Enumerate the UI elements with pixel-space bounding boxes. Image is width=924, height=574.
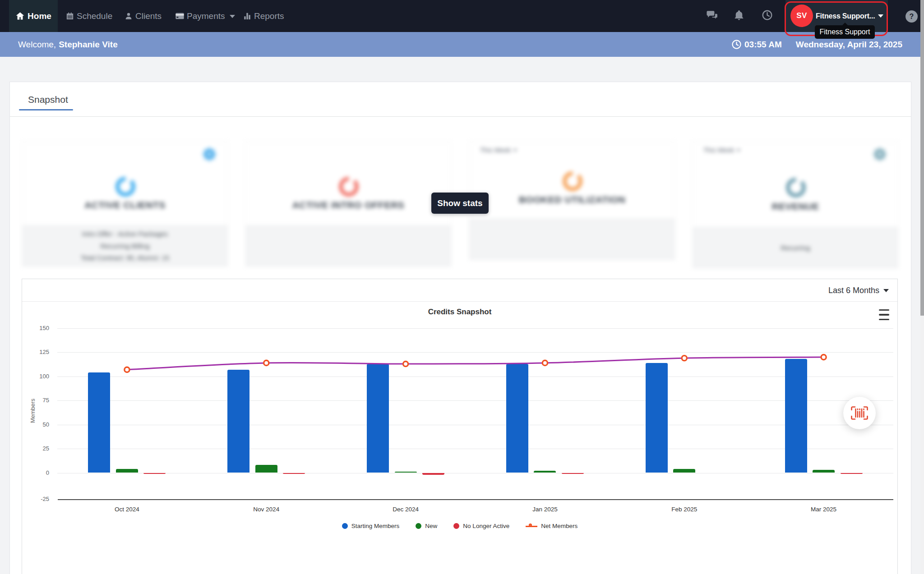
chevron-down-icon [737, 149, 740, 152]
credit-card-icon [176, 13, 184, 19]
tab-bar: Snapshot [10, 82, 911, 117]
legend-label: Starting Members [351, 523, 400, 529]
period-selector[interactable]: This Week [480, 147, 517, 154]
welcome-user-name: Stephanie Vite [59, 40, 118, 50]
loading-spinner [786, 178, 806, 197]
nav-item-label: Home [28, 11, 51, 21]
clock-icon [762, 10, 772, 22]
nav-item-label: Clients [135, 11, 162, 21]
legend-item-new[interactable]: New [416, 523, 437, 529]
period-selector[interactable]: This Week [703, 147, 740, 154]
stat-card-title: ACTIVE CLIENTS [22, 200, 228, 211]
legend-marker [453, 523, 459, 529]
legend-marker [416, 523, 421, 529]
tab-snapshot[interactable]: Snapshot [19, 82, 77, 117]
chart-panel: Last 6 Months Credits Snapshot 150125100… [22, 279, 898, 574]
scan-barcode-fab[interactable] [843, 397, 876, 429]
bell-icon [735, 10, 744, 22]
scrollbar-thumb[interactable] [920, 0, 924, 316]
tooltip: Fitness Support [815, 25, 875, 39]
chat-icon [707, 10, 718, 22]
legend-label: New [425, 523, 437, 529]
stat-card-title: ACTIVE INTRO OFFERS [245, 200, 451, 211]
nav-item-clients[interactable]: Clients [125, 0, 162, 32]
chevron-down-icon [878, 14, 883, 18]
legend-line-marker [526, 523, 537, 529]
notifications-button[interactable] [735, 0, 744, 32]
history-button[interactable] [762, 0, 772, 32]
line-marker [264, 360, 269, 365]
active-tab-underline [19, 109, 73, 110]
legend-marker [342, 523, 348, 529]
stat-card-footer: Intro Offer - Active Packages Recurring … [22, 225, 228, 267]
line-marker [125, 367, 129, 372]
gear-icon[interactable] [202, 147, 217, 161]
avatar[interactable]: SV [790, 5, 813, 27]
loading-spinner [339, 177, 359, 197]
show-stats-button[interactable]: Show stats [431, 193, 489, 214]
nav-item-payments[interactable]: Payments [176, 0, 235, 32]
time-text: 03:55 AM [744, 40, 782, 50]
chart-legend: Starting MembersNewNo Longer ActiveNet M… [22, 523, 897, 529]
stat-card-revenue: This Week REVENUE Recurring [692, 141, 899, 227]
current-time: 03:55 AM [732, 32, 782, 57]
period-label: This Week [480, 147, 511, 154]
footer-line: Recurring Billing [100, 240, 149, 253]
net-members-line [22, 279, 898, 574]
top-navigation: Home Schedule Clients Payments Reports S… [0, 0, 924, 32]
main-panel: Snapshot ACTIVE CLIENTS Intro Offer - Ac… [9, 82, 911, 574]
stat-card-title: BOOKED UTILIZATION [469, 194, 675, 205]
nav-item-schedule[interactable]: Schedule [66, 0, 112, 32]
messages-button[interactable] [707, 0, 718, 32]
line-marker [542, 360, 547, 365]
welcome-bar: Welcome, Stephanie Vite 03:55 AM Wednesd… [0, 32, 924, 57]
nav-item-home[interactable]: Home [9, 0, 58, 32]
tab-label: Snapshot [28, 94, 68, 105]
legend-item-no-longer-active[interactable]: No Longer Active [453, 523, 509, 529]
loading-spinner [563, 171, 582, 191]
line-marker [821, 354, 826, 359]
nav-item-label: Reports [254, 11, 284, 21]
chevron-down-icon [230, 15, 235, 18]
legend-label: Net Members [541, 523, 578, 529]
stat-card-active-clients: ACTIVE CLIENTS Intro Offer - Active Pack… [22, 141, 228, 225]
help-button[interactable]: ? [906, 10, 918, 23]
nav-item-label: Payments [187, 11, 225, 21]
chart-plot-area: 1501251007550250-25MembersOct 2024Nov 20… [22, 279, 898, 574]
home-icon [15, 11, 25, 21]
nav-item-reports[interactable]: Reports [243, 0, 284, 32]
stat-card-footer [469, 219, 675, 260]
chevron-down-icon [513, 149, 517, 152]
footer-line: Total Contract: 95, Alumni: 15 [81, 252, 169, 264]
stat-card-active-intro-offers: ACTIVE INTRO OFFERS [245, 141, 452, 225]
stat-card-footer: Recurring [692, 227, 899, 269]
gear-icon[interactable] [873, 147, 887, 161]
loading-spinner [116, 177, 135, 197]
clock-icon [732, 40, 741, 49]
period-label: This Week [703, 147, 734, 154]
legend-item-net-members[interactable]: Net Members [526, 523, 578, 529]
line-marker [682, 356, 687, 361]
welcome-greeting: Welcome, [18, 40, 56, 50]
legend-label: No Longer Active [463, 523, 509, 529]
stat-card-title: REVENUE [693, 201, 898, 212]
footer-line: Recurring [781, 242, 810, 254]
bar-chart-icon [243, 12, 251, 20]
nav-item-label: Schedule [77, 11, 112, 21]
calendar-icon [66, 12, 74, 20]
person-icon [125, 12, 133, 20]
stat-card-booked-utilization: This Week BOOKED UTILIZATION [469, 141, 675, 219]
legend-item-starting-members[interactable]: Starting Members [342, 523, 400, 529]
line-marker [403, 361, 408, 366]
welcome-message: Welcome, Stephanie Vite [18, 32, 118, 57]
footer-line: Intro Offer - Active Packages [82, 228, 168, 240]
stat-card-footer [245, 225, 452, 267]
barcode-scan-icon [851, 406, 868, 420]
